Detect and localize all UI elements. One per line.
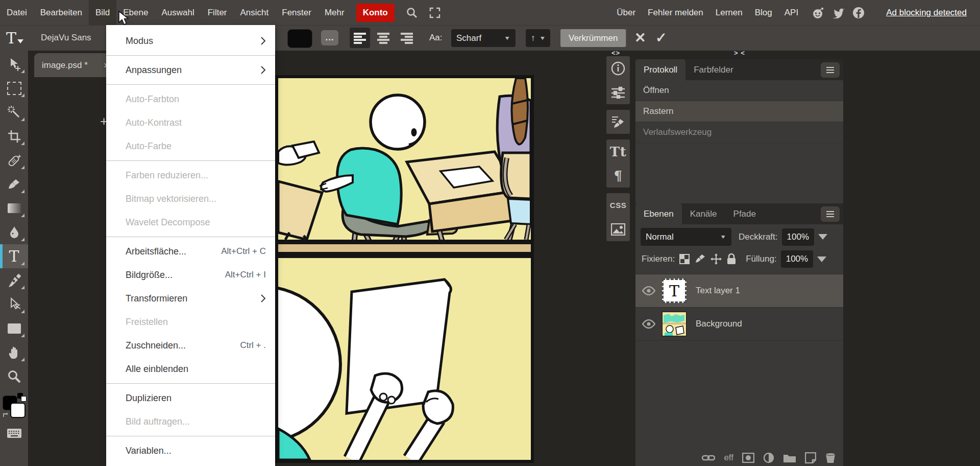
brush-tool[interactable] [0, 172, 28, 196]
menu-item-anpassungen[interactable]: Anpassungen [106, 58, 275, 82]
menubar-item-fenster[interactable]: Fenster [275, 0, 318, 25]
menu-item-alle-einblenden[interactable]: Alle einblenden [106, 357, 275, 381]
new-layer-icon[interactable] [805, 452, 816, 463]
marquee-select-tool[interactable] [0, 76, 28, 100]
crop-tool[interactable] [0, 124, 28, 148]
panel-menu-button[interactable] [821, 62, 840, 78]
delete-layer-icon[interactable] [825, 452, 836, 463]
hand-tool[interactable] [0, 340, 28, 364]
align-center-button[interactable] [373, 28, 394, 48]
character-panel-button[interactable]: Tt [606, 139, 630, 164]
type-tool-options-icon[interactable]: T [6, 26, 23, 50]
text-color-swatch[interactable] [287, 29, 312, 48]
link-fehler-melden[interactable]: Fehler melden [642, 0, 709, 25]
adjustment-layer-icon[interactable] [763, 452, 774, 463]
magic-wand-tool[interactable] [0, 100, 28, 124]
fill-value[interactable]: 100% [781, 250, 813, 268]
layer-mask-icon[interactable] [742, 453, 754, 463]
menu-item-modus[interactable]: Modus [106, 29, 275, 53]
history-step-gradient[interactable]: Verlaufswerkzeug [635, 122, 843, 143]
brush-settings-panel-button[interactable] [606, 110, 630, 134]
link-blog[interactable]: Blog [749, 0, 778, 25]
facebook-icon[interactable] [852, 7, 865, 19]
layer-row-background[interactable]: Background [635, 308, 843, 341]
menu-item-bildgroesse[interactable]: Bildgröße... Alt+Ctrl + I [106, 263, 275, 287]
foreground-background-colors[interactable] [3, 392, 26, 419]
keyboard-shortcuts-button[interactable] [0, 421, 28, 445]
lock-position-icon[interactable] [710, 253, 722, 265]
panel-menu-button[interactable] [821, 206, 840, 222]
rectangle-tool[interactable] [0, 316, 28, 340]
healing-tool[interactable] [0, 148, 28, 172]
link-ueber[interactable]: Über [610, 0, 642, 25]
background-color-swatch[interactable] [10, 403, 26, 418]
history-step-open[interactable]: Öffnen [635, 80, 843, 101]
antialias-select[interactable]: Scharf ▼ [451, 29, 516, 47]
menu-item-variablen[interactable]: Variablen... [106, 439, 275, 462]
blend-mode-select[interactable]: Normal ▼ [641, 228, 731, 246]
lock-all-icon[interactable] [726, 253, 737, 265]
tab-protokoll[interactable]: Protokoll [635, 59, 685, 80]
visibility-toggle[interactable] [635, 286, 662, 295]
type-tool[interactable]: T [0, 244, 28, 268]
paragraph-panel-button[interactable]: ¶ [606, 164, 630, 188]
lock-pixels-icon[interactable] [695, 253, 706, 265]
document-tab[interactable]: image.psd * × [34, 53, 117, 77]
menu-item-transformieren[interactable]: Transformieren [106, 287, 275, 310]
warp-text-button[interactable]: Verkrümmen [560, 29, 626, 47]
menubar-item-auswahl[interactable]: Auswahl [155, 0, 201, 25]
menu-item-duplizieren[interactable]: Duplizieren [106, 386, 275, 410]
fullscreen-icon[interactable] [429, 7, 440, 18]
tab-pfade[interactable]: Pfade [725, 203, 764, 224]
blur-tool[interactable] [0, 220, 28, 244]
move-tool[interactable] [0, 52, 28, 76]
cancel-icon[interactable]: ✕ [634, 26, 646, 50]
menubar-item-bild[interactable]: Bild [89, 0, 116, 25]
link-api[interactable]: API [778, 0, 804, 25]
menubar-item-datei[interactable]: Datei [0, 0, 34, 25]
visibility-toggle[interactable] [635, 319, 662, 329]
align-left-button[interactable] [350, 28, 370, 48]
menu-shortcut: Alt+Ctrl + C [221, 246, 266, 257]
text-layer-thumbnail[interactable]: T [662, 278, 687, 303]
image-panel-button[interactable] [606, 217, 630, 241]
background-layer-thumbnail[interactable] [662, 312, 687, 336]
reddit-icon[interactable] [812, 7, 825, 19]
menu-item-arbeitsflaeche[interactable]: Arbeitsfläche... Alt+Ctrl + C [106, 240, 275, 263]
canvas[interactable] [275, 75, 534, 463]
opacity-value[interactable]: 100% [782, 228, 814, 246]
opacity-slider-icon[interactable] [818, 234, 827, 240]
twitter-icon[interactable] [832, 7, 845, 18]
tab-ebenen[interactable]: Ebenen [635, 203, 682, 224]
menu-item-zuschneiden[interactable]: Zuschneiden... Ctrl + . [106, 334, 275, 357]
layer-effects-button[interactable]: eff [724, 453, 733, 463]
info-panel-button[interactable] [606, 56, 630, 80]
align-right-button[interactable] [397, 28, 417, 48]
link-layers-icon[interactable] [702, 454, 715, 462]
layer-row-text[interactable]: T Text layer 1 [635, 274, 843, 308]
search-icon[interactable] [406, 7, 418, 19]
pen-tool[interactable] [0, 268, 28, 292]
menubar-item-filter[interactable]: Filter [201, 0, 234, 25]
lock-transparency-icon[interactable] [679, 253, 690, 265]
link-lernen[interactable]: Lernen [709, 0, 749, 25]
new-group-icon[interactable] [783, 453, 796, 463]
fill-slider-icon[interactable] [817, 257, 826, 262]
css-panel-button[interactable]: CSS [606, 193, 630, 217]
direct-select-tool[interactable] [0, 292, 28, 316]
tab-kanaele[interactable]: Kanäle [682, 203, 725, 224]
properties-panel-button[interactable] [606, 80, 630, 104]
menubar-item-bearbeiten[interactable]: Bearbeiten [34, 0, 89, 25]
gradient-tool[interactable] [0, 196, 28, 220]
text-orientation-select[interactable]: ↑ ▼ [526, 29, 550, 47]
menubar-item-ansicht[interactable]: Ansicht [234, 0, 276, 25]
history-step-rasterize[interactable]: Rastern [635, 101, 843, 122]
more-options-button[interactable]: ... [321, 30, 338, 45]
ad-blocking-notice[interactable]: Ad blocking detected [886, 8, 967, 18]
account-button[interactable]: Konto [356, 4, 395, 22]
confirm-icon[interactable]: ✓ [655, 26, 667, 50]
zoom-tool[interactable] [0, 364, 28, 388]
font-family-select[interactable]: DejaVu Sans [41, 26, 91, 50]
tab-farbfelder[interactable]: Farbfelder [685, 59, 741, 80]
menubar-item-mehr[interactable]: Mehr [318, 0, 351, 25]
